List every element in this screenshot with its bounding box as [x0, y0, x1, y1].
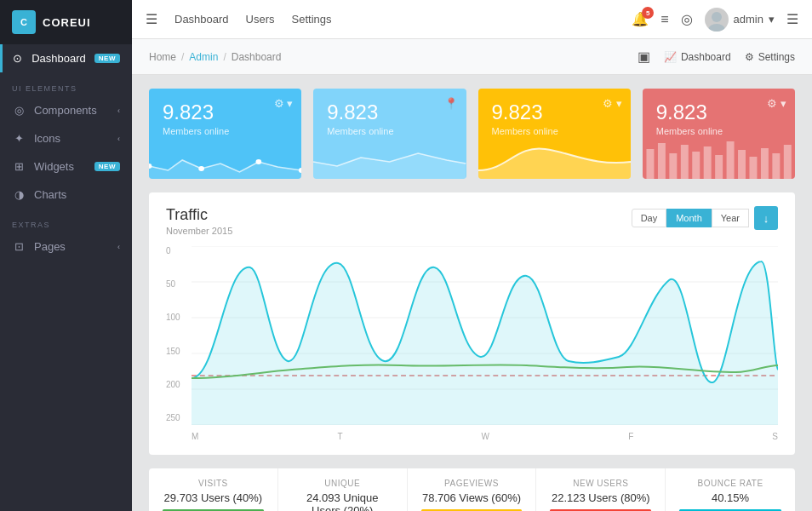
widgets-icon: ⊞ [12, 160, 26, 173]
y-label-0: 0 [166, 246, 192, 256]
sidebar-item-charts[interactable]: ◑ Charts [0, 181, 132, 209]
user-menu[interactable]: admin ▾ [705, 8, 775, 32]
chart-btn-day[interactable]: Day [632, 209, 667, 227]
new-users-value: 22.123 Users (80%) [550, 491, 651, 504]
x-label-f: F [628, 432, 633, 441]
pageviews-label: Pageviews [421, 479, 523, 488]
breadcrumb-actions: ▣ 📈 Dashboard ⚙ Settings [638, 49, 795, 65]
cloud-download-button[interactable]: ↓ [754, 206, 778, 230]
top-nav: ☰ Dashboard Users Settings 🔔 5 ≡ ◎ admin… [132, 0, 812, 39]
svg-rect-11 [681, 145, 689, 179]
stat-card-2: 📍 9.823 Members online [313, 89, 466, 179]
sidebar-item-icons[interactable]: ✦ Icons ‹ [0, 124, 132, 152]
screen-icon[interactable]: ▣ [638, 49, 650, 65]
traffic-chart-section: Traffic November 2015 Day Month Year ↓ 2… [149, 192, 795, 455]
list-icon[interactable]: ≡ [660, 12, 668, 27]
sidebar-pages-label: Pages [34, 240, 66, 253]
card4-chart [643, 136, 795, 179]
section-label-extras: EXTRAS [0, 209, 132, 233]
y-label-100: 100 [166, 313, 192, 322]
svg-point-1 [708, 24, 725, 32]
notification-bell[interactable]: 🔔 5 [632, 11, 649, 27]
breadcrumb-dashboard[interactable]: Dashboard [232, 51, 282, 63]
sidebar-item-widgets[interactable]: ⊞ Widgets NEW [0, 152, 132, 181]
notification-badge: 5 [642, 7, 654, 19]
nav-settings[interactable]: Settings [292, 13, 332, 26]
chart-btn-year[interactable]: Year [712, 209, 749, 227]
chart-controls: Day Month Year ↓ [632, 206, 778, 230]
stats-row: ⚙ ▾ 9.823 Members online 📍 9 [149, 89, 795, 179]
card3-gear[interactable]: ⚙ ▾ [603, 97, 622, 110]
svg-rect-18 [761, 148, 769, 179]
svg-rect-12 [692, 152, 700, 179]
breadcrumb-home[interactable]: Home [149, 51, 176, 63]
svg-point-0 [712, 12, 722, 22]
y-label-50: 50 [166, 279, 192, 289]
chart-btn-month[interactable]: Month [666, 209, 712, 227]
stats-pageviews: Pageviews 78.706 Views (60%) [408, 468, 537, 511]
widgets-badge: NEW [94, 162, 120, 171]
chart-title-block: Traffic November 2015 [166, 206, 232, 236]
nav-dashboard[interactable]: Dashboard [174, 13, 229, 26]
hamburger-icon[interactable]: ☰ [146, 11, 157, 27]
card1-value: 9.823 [163, 100, 288, 124]
bc-dashboard-link[interactable]: 📈 Dashboard [664, 51, 731, 63]
sidebar: C COREUI ⊙ Dashboard NEW UI ELEMENTS ◎ C… [0, 0, 132, 511]
y-label-150: 150 [166, 347, 192, 356]
components-chevron: ‹ [117, 106, 120, 115]
sidebar-components-label: Components [34, 104, 97, 117]
y-label-250: 250 [166, 413, 192, 422]
sidebar-item-components[interactable]: ◎ Components ‹ [0, 96, 132, 124]
pages-chevron: ‹ [117, 243, 120, 251]
bounce-label: Bounce Rate [679, 479, 781, 488]
user-chevron: ▾ [769, 13, 775, 26]
icons-chevron: ‹ [117, 135, 120, 143]
card4-gear[interactable]: ⚙ ▾ [767, 97, 786, 110]
chart-header: Traffic November 2015 Day Month Year ↓ [166, 206, 778, 236]
sidebar-widgets-label: Widgets [34, 160, 74, 173]
card3-label: Members online [492, 126, 617, 136]
sidebar-item-dashboard[interactable]: ⊙ Dashboard NEW [0, 44, 132, 72]
stat-card-3: ⚙ ▾ 9.823 Members online [478, 89, 631, 179]
chart-y-labels: 250 200 150 100 50 0 [166, 246, 192, 422]
svg-rect-9 [658, 143, 666, 179]
bc-settings-link[interactable]: ⚙ Settings [745, 51, 795, 63]
svg-rect-15 [726, 141, 734, 179]
user-name: admin [734, 13, 763, 26]
traffic-chart-container: 250 200 150 100 50 0 [166, 246, 778, 441]
card4-value: 9.823 [656, 100, 781, 124]
visits-label: Visits [163, 479, 264, 488]
svg-marker-7 [313, 153, 466, 179]
stat-card-4: ⚙ ▾ 9.823 Members online [643, 89, 795, 179]
location-icon[interactable]: ◎ [681, 11, 693, 27]
main-area: ☰ Dashboard Users Settings 🔔 5 ≡ ◎ admin… [132, 0, 812, 511]
nav-users[interactable]: Users [246, 13, 275, 26]
chart-svg-wrap: M T W F S [192, 246, 778, 441]
card2-chart [313, 136, 466, 179]
svg-rect-14 [715, 155, 723, 179]
section-label-ui: UI ELEMENTS [0, 72, 132, 96]
card1-label: Members online [163, 126, 288, 136]
unique-label: Unique [292, 479, 393, 488]
x-label-s: S [772, 432, 778, 441]
sidebar-item-pages[interactable]: ⊡ Pages ‹ [0, 233, 132, 261]
svg-rect-13 [703, 146, 711, 179]
sidebar-charts-label: Charts [34, 188, 66, 201]
logo-text: COREUI [43, 16, 91, 29]
svg-rect-10 [669, 153, 677, 179]
stats-bar: Visits 29.703 Users (40%) Unique 24.093 … [149, 468, 795, 511]
svg-marker-2 [149, 160, 301, 179]
hamburger2-icon[interactable]: ☰ [786, 11, 798, 27]
svg-point-4 [198, 166, 204, 171]
breadcrumb-admin[interactable]: Admin [189, 51, 218, 63]
card3-chart [478, 136, 631, 179]
svg-point-5 [255, 159, 261, 164]
chart-line-icon: 📈 [664, 51, 677, 63]
chart-subtitle: November 2015 [166, 226, 232, 236]
svg-rect-16 [738, 150, 746, 179]
breadcrumb-bar: Home / Admin / Dashboard ▣ 📈 Dashboard ⚙… [132, 39, 812, 75]
icons-icon: ✦ [12, 132, 26, 145]
card1-gear[interactable]: ⚙ ▾ [274, 97, 294, 110]
components-icon: ◎ [12, 104, 26, 117]
card1-chart [149, 136, 301, 179]
